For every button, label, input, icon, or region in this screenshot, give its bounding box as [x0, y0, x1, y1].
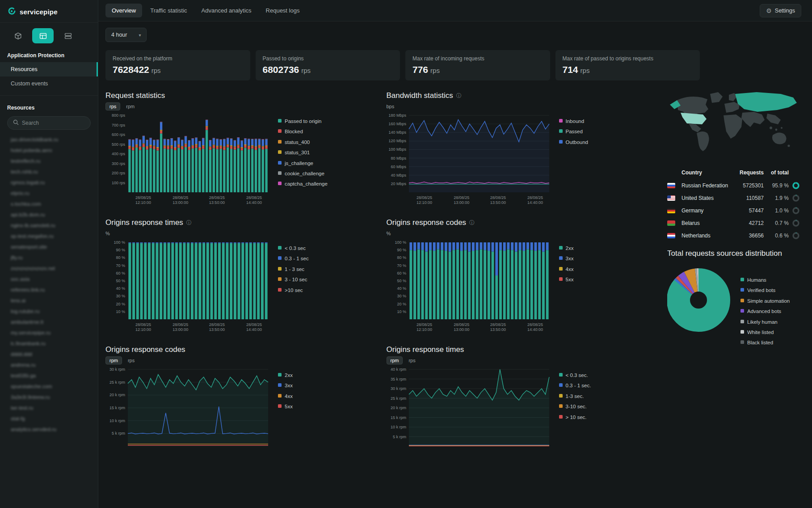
bandwidth-statistics-chart: 20 Mbps40 Mbps60 Mbps80 Mbps100 Mbps120 … — [387, 112, 553, 209]
svg-text:28/08/25: 28/08/25 — [527, 195, 543, 200]
view-toggle-panel-button[interactable] — [32, 28, 54, 43]
unit-chip-rpm[interactable]: rpm — [105, 356, 122, 364]
resource-item[interactable]: analytics.servded.ru — [0, 424, 98, 435]
tab-request-logs[interactable]: Request logs — [260, 4, 306, 17]
stat-label: Max rate of incoming requests — [412, 55, 543, 62]
resource-search — [7, 116, 91, 130]
resource-item[interactable]: testreflech.ru — [0, 156, 98, 166]
resource-item[interactable]: log.rutube.ru — [0, 306, 98, 317]
unit-chip-rps[interactable]: rps — [105, 102, 120, 110]
chart-title: Origins response codes — [387, 218, 467, 227]
info-icon[interactable]: ⓘ — [186, 219, 192, 227]
svg-text:15 k rpm: 15 k rpm — [109, 406, 125, 410]
unit-chip-rps[interactable]: rps — [404, 356, 419, 364]
svg-text:28/08/25: 28/08/25 — [417, 322, 432, 327]
svg-text:28/08/25: 28/08/25 — [209, 195, 225, 200]
resource-item[interactable]: 3a3e3l.9nteew.ru — [0, 392, 98, 402]
resource-item[interactable]: nginx-lb.samoleti.ru — [0, 220, 98, 231]
svg-text:35 k rpm: 35 k rpm — [390, 377, 406, 381]
resource-item[interactable]: lens.ai — [0, 295, 98, 306]
ru-flag-icon — [667, 183, 675, 188]
info-icon[interactable]: ⓘ — [469, 219, 475, 227]
legend-item: Blocked — [278, 128, 336, 135]
legend-item: 4xx — [278, 393, 336, 399]
unit-chip-rps[interactable]: rps — [124, 356, 139, 364]
sidebar-item-resources[interactable]: Resources — [0, 62, 98, 76]
svg-text:30 k rpm: 30 k rpm — [109, 367, 125, 372]
svg-text:13:50:00: 13:50:00 — [490, 327, 505, 332]
resource-item[interactable]: soc.asia — [0, 274, 98, 284]
tab-overview[interactable]: Overview — [105, 4, 142, 17]
svg-text:60 %: 60 % — [116, 271, 125, 275]
resource-item[interactable]: rgmos.logati.ru — [0, 177, 98, 188]
resource-item[interactable]: spuestaleche.com — [0, 381, 98, 392]
svg-text:160 Mbps: 160 Mbps — [388, 122, 406, 126]
svg-text:80 %: 80 % — [116, 255, 125, 260]
resource-item[interactable]: andrena.ru — [0, 360, 98, 370]
request-statistics-chart: 100 rps200 rps300 rps400 rps500 rps600 r… — [105, 112, 272, 209]
country-percent: 1.9 % — [767, 195, 789, 201]
unit-chip-rpm[interactable]: rpm — [122, 102, 139, 110]
svg-text:140 Mbps: 140 Mbps — [388, 130, 406, 135]
svg-text:60 %: 60 % — [397, 271, 406, 275]
stat-card-max-rate-of-incoming-requests: Max rate of incoming requests776rps — [405, 50, 550, 80]
sidebar-item-custom-events[interactable]: Custom events — [0, 76, 98, 91]
resource-item[interactable]: jao.drivectoldbank.ru — [0, 134, 98, 145]
resource-item[interactable]: dddd.ddd — [0, 349, 98, 360]
resource-item[interactable]: tech.rshb.ru — [0, 166, 98, 177]
resource-item[interactable]: stat-fg — [0, 413, 98, 424]
resource-item[interactable]: api.b2b.dom.ru — [0, 209, 98, 220]
unit-label: % — [387, 231, 391, 236]
resource-item[interactable]: elprio.ru — [0, 188, 98, 199]
stat-unit: rps — [430, 67, 440, 74]
country-row-us: United States1105871.9 % — [667, 192, 801, 204]
resource-item[interactable]: referees.link.ru — [0, 284, 98, 295]
time-range-select[interactable]: 4 hour ▾ — [105, 28, 147, 42]
legend-item: Humans — [740, 277, 790, 283]
legend-item: Simple automation — [740, 298, 790, 304]
legend-item: 5xx — [559, 276, 617, 283]
resource-item[interactable]: lc.finambank.ru — [0, 338, 98, 349]
servicepipe-logo-icon — [7, 7, 16, 17]
svg-text:14:40:00: 14:40:00 — [246, 200, 262, 205]
resource-item[interactable]: senatexport.site — [0, 241, 98, 252]
legend-item: status_301 — [278, 149, 336, 156]
dashboard-grid: Request statisticsrpsrpm100 rps200 rps30… — [105, 91, 801, 463]
svg-text:28/08/25: 28/08/25 — [490, 195, 505, 200]
stat-value: 714rps — [563, 64, 693, 75]
view-toggle-cube-button[interactable] — [7, 28, 29, 43]
info-icon[interactable]: ⓘ — [456, 92, 462, 100]
resource-item[interactable]: ambulantrne.lt — [0, 317, 98, 327]
svg-text:28/08/25: 28/08/25 — [172, 322, 188, 327]
legend-item: 3 - 10 sec — [278, 276, 336, 283]
content: 4 hour ▾ Received on the platform7628422… — [98, 21, 812, 508]
tab-traffic-statistic[interactable]: Traffic statistic — [144, 4, 193, 17]
sidebar: servicepipe Application Protection Resou… — [0, 0, 98, 508]
svg-text:28/08/25: 28/08/25 — [172, 195, 188, 200]
origins-response-times-pct-chart: 10 %20 %30 %40 %50 %60 %70 %80 %90 %100 … — [105, 239, 272, 336]
resource-item[interactable]: jfly.ru — [0, 252, 98, 263]
resource-item[interactable]: zxzxzxzxzxzxzx.rwt — [0, 263, 98, 274]
resource-item[interactable]: hotel.pobeda.aero — [0, 145, 98, 156]
world-map — [667, 91, 801, 160]
resource-item[interactable]: sp-test.megafon.ru — [0, 231, 98, 241]
view-toggle-group — [7, 28, 91, 43]
resource-item[interactable]: my.servicepipe.ru — [0, 327, 98, 338]
view-toggle-list-button[interactable] — [57, 28, 79, 43]
legend-item: Advanced bots — [740, 308, 790, 314]
search-icon — [13, 119, 19, 127]
country-share-donut-icon — [792, 232, 799, 239]
tab-advanced-analytics[interactable]: Advanced analytics — [195, 4, 258, 17]
bandwidth-statistics-panel: Bandwidth statisticsⓘbps20 Mbps40 Mbps60… — [387, 91, 654, 209]
search-input[interactable] — [22, 120, 84, 126]
svg-text:10 k rpm: 10 k rpm — [390, 425, 406, 429]
origins-response-times-rpm-chart: 5 k rpm10 k rpm15 k rpm20 k rpm25 k rpm3… — [387, 366, 553, 463]
unit-chip-rpm[interactable]: rpm — [387, 356, 403, 364]
topbar: OverviewTraffic statisticAdvanced analyt… — [98, 0, 812, 21]
resource-item[interactable]: s.tochka.com — [0, 199, 98, 209]
settings-button[interactable]: ⚙ Settings — [760, 4, 801, 17]
chart-title: Origins response times — [105, 218, 183, 227]
resource-item[interactable]: test035i.ga — [0, 370, 98, 381]
resource-item[interactable]: iwr-test.ru — [0, 402, 98, 413]
svg-text:20 %: 20 % — [397, 302, 406, 306]
